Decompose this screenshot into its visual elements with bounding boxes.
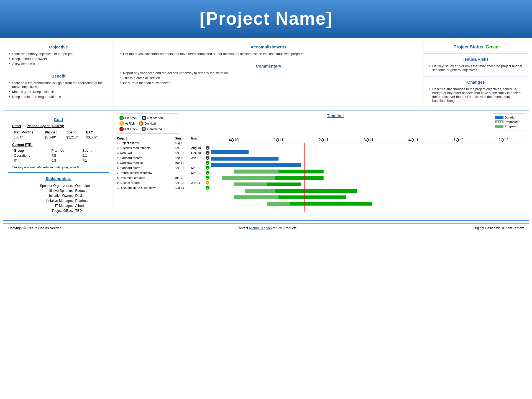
fte-ops-planned: 7.5 xyxy=(50,153,81,158)
fte-ops-spent: 5.1 xyxy=(81,153,104,158)
footer-contact: Contact Michael Kaplan for PM Products. xyxy=(237,226,297,230)
project-name-2: 3.Web GUI xyxy=(117,150,172,155)
objective-title: Objective xyxy=(8,45,109,49)
col-orig-header: Orig. xyxy=(172,136,189,140)
project-rev-6: Mar 11 xyxy=(189,170,206,175)
benefit-title: Benefit xyxy=(8,74,109,78)
project-rev-3: Jan 12 xyxy=(189,155,206,160)
accomplishments-section: Accomplishments List major tasks/accompl… xyxy=(114,41,423,60)
project-orig-4: Mar 11 xyxy=(172,160,189,165)
fte-row-ops: Operations 7.5 5.1 xyxy=(13,153,104,158)
effort-label: Effort xyxy=(12,124,21,128)
footer-copyright: Copyright © Free to Use As Needed xyxy=(8,226,62,230)
mid-column: Accomplishments List major tasks/accompl… xyxy=(114,41,423,107)
accomplishments-title: Accomplishments xyxy=(119,45,418,49)
project-status-7: G xyxy=(206,175,211,180)
footer-contact-prefix: Contact xyxy=(237,226,249,230)
project-status-9: G xyxy=(206,185,211,190)
col-spent: Spent xyxy=(65,130,85,135)
legend-on-hold: H On Hold xyxy=(139,121,156,126)
gantt-chart: Project Orig. Rev. 1.Project charter Aug… xyxy=(117,136,526,212)
bar-legend-duration: Duration xyxy=(495,116,523,119)
off-track-label: Off Track xyxy=(125,127,137,131)
footer-original-design: Original Design by Dr. Tom Tarnow xyxy=(473,226,524,230)
on-hold-circle: H xyxy=(139,121,144,126)
stakeholder-label-2: Initiative Owner: xyxy=(13,194,75,198)
gantt-bars-area: 4Q10 1Q11 2Q11 3Q11 4Q11 1Q12 2Q12 xyxy=(211,136,526,212)
commentary-item-3: Be sure to mention all variances xyxy=(119,81,418,86)
project-status-section: Project Status: Green xyxy=(423,41,529,53)
project-status-5: G xyxy=(206,165,211,170)
footer: Copyright © Free to Use As Needed Contac… xyxy=(3,223,529,232)
q-label-4: 4Q11 xyxy=(408,137,418,142)
gantt-row-8: 9.Custom reports Apr 10 Jun 11 A xyxy=(117,180,211,185)
val-spent: $2,210* xyxy=(65,135,85,140)
cost-stakeholders-col: Cost Effort Planned/Spent ($000's): Man … xyxy=(3,110,114,220)
project-orig-0: Aug 10 xyxy=(172,140,189,145)
benefit-list: State how the organization will gain fro… xyxy=(8,81,109,99)
gantt-row-4: 5.Workflow module Mar 11 G xyxy=(117,160,211,165)
commentary-title: Commentary xyxy=(119,64,418,68)
project-status-label: Project Status: xyxy=(454,45,485,49)
project-orig-1: Apr 11 xyxy=(172,145,189,150)
legend-on-track: G On Track xyxy=(119,116,137,120)
stakeholder-value-3: Pearlman xyxy=(75,199,104,203)
stakeholder-row-0: Sponsor Organization: Operations xyxy=(13,184,104,188)
gantt-row-1: 2.Business requirements Apr 11 Aug 10 C xyxy=(117,145,211,150)
bar-row4-progress xyxy=(234,170,278,174)
objective-item-2: Keep it short and sweet xyxy=(8,56,109,61)
stakeholder-row-2: Initiative Owner: Davis xyxy=(13,194,104,198)
at-risk-circle: A xyxy=(119,121,124,126)
current-fte-label: Current FTE: xyxy=(12,143,105,147)
project-status-2: C xyxy=(206,150,211,155)
q-label-1: 1Q11 xyxy=(273,137,283,142)
on-hold-label: On Hold xyxy=(145,122,156,125)
legend-off-track: R Off Track xyxy=(119,127,137,131)
stakeholder-value-1: Baduchi xyxy=(75,189,104,193)
accomplishments-list: List major tasks/accomplishments that ha… xyxy=(119,52,418,56)
bar-legend: Duration Proposed Progress xyxy=(493,113,526,130)
bottom-section: Cost Effort Planned/Spent ($000's): Man … xyxy=(3,110,529,221)
proposed-swatch xyxy=(495,120,503,123)
stakeholders-section: Stakeholders Sponsor Organization: Opera… xyxy=(8,173,109,217)
gantt-data-table: Project Orig. Rev. 1.Project charter Aug… xyxy=(117,136,211,190)
project-rev-5: Mar 11 xyxy=(189,165,206,170)
project-rev-9 xyxy=(189,185,206,190)
project-rev-7 xyxy=(189,175,206,180)
bar-row7-progress xyxy=(245,189,275,193)
timeline-section: G On Track N Not Started A At Risk xyxy=(114,110,529,220)
footer-contact-link[interactable]: Michael Kaplan xyxy=(249,226,272,230)
gantt-left-panel: Project Orig. Rev. 1.Project charter Aug… xyxy=(117,136,211,212)
project-name-1: 2.Business requirements xyxy=(117,145,172,150)
bar-row5-progress xyxy=(222,176,275,180)
stakeholder-label-1: Initiative Sponsor: xyxy=(13,189,75,193)
fte-table: Group Planned Spent Operations 7.5 5.1 xyxy=(12,148,105,163)
project-status-0 xyxy=(206,140,211,145)
man-months-table: Man Months Planned Spent EAC 166.0* $3,1… xyxy=(12,130,105,140)
on-track-label: On Track xyxy=(125,116,137,120)
bar-legend-progress: Progress xyxy=(495,125,523,128)
project-rev-0 xyxy=(189,140,206,145)
project-orig-5: Apr 10 xyxy=(172,165,189,170)
project-name-6: 7.Return confirm workflow xyxy=(117,170,172,175)
timeline-title-area: Timeline xyxy=(183,113,487,120)
bar-row2 xyxy=(211,157,278,161)
commentary-item-2: This is a catch all section xyxy=(119,76,418,81)
gantt-row-9: 10.Custom alerts & workflow Aug 11 G xyxy=(117,185,211,190)
gantt-row-3: 4.Standard reports Sep 10 Jan 12 C xyxy=(117,155,211,160)
fte-row-it: IT 6.8 7.1 xyxy=(13,158,104,163)
stakeholder-label-0: Sponsor Organization: xyxy=(13,184,75,188)
fte-col-spent: Spent xyxy=(81,148,104,153)
stakeholder-label-3: Initiative Manager: xyxy=(13,199,75,203)
q-label-5: 1Q12 xyxy=(453,137,463,142)
fte-it-planned: 6.8 xyxy=(50,158,81,163)
top-section: Objective State the primary objectives o… xyxy=(3,41,529,107)
q-label-2: 2Q11 xyxy=(319,137,329,142)
bar-legend-proposed: Proposed xyxy=(495,120,523,123)
legend-at-risk: A At Risk xyxy=(119,121,135,126)
project-status-8: A xyxy=(206,180,211,185)
fte-it-spent: 7.1 xyxy=(81,158,104,163)
gantt-row-7: 8.Document creation Jun 11 G xyxy=(117,175,211,180)
bar-row6-progress xyxy=(234,182,267,186)
q-label-3: 3Q11 xyxy=(364,137,374,142)
